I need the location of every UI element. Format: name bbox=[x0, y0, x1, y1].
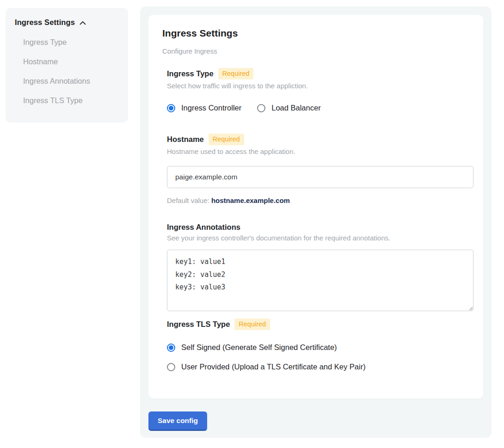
save-config-button[interactable]: Save config bbox=[148, 411, 207, 431]
radio-button-icon[interactable] bbox=[257, 104, 265, 112]
radio-user-provided[interactable]: User Provided (Upload a TLS Certificate … bbox=[167, 362, 469, 372]
radio-label: Ingress Controller bbox=[181, 103, 241, 113]
required-badge: Required bbox=[209, 134, 244, 145]
radio-load-balancer[interactable]: Load Balancer bbox=[257, 103, 320, 113]
ingress-type-label: Ingress Type bbox=[167, 69, 214, 78]
radio-label: Self Signed (Generate Self Signed Certif… bbox=[181, 342, 337, 353]
page-title: Ingress Settings bbox=[162, 28, 469, 39]
radio-button-icon[interactable] bbox=[167, 363, 175, 371]
ingress-annotations-label: Ingress Annotations bbox=[167, 223, 240, 232]
settings-sidebar: Ingress Settings Ingress Type Hostname I… bbox=[6, 8, 128, 123]
ingress-settings-card: Ingress Settings Configure Ingress Ingre… bbox=[148, 15, 483, 399]
required-badge: Required bbox=[218, 68, 254, 80]
hostname-label: Hostname bbox=[167, 135, 204, 144]
sidebar-item-ingress-annotations[interactable]: Ingress Annotations bbox=[23, 76, 119, 86]
ingress-settings-panel: Ingress Settings Configure Ingress Ingre… bbox=[140, 6, 492, 438]
ingress-annotations-textarea[interactable]: key1: value1 key2: value2 key3: value3 bbox=[167, 250, 473, 311]
ingress-annotations-help: See your ingress controller's documentat… bbox=[167, 234, 469, 242]
sidebar-item-list: Ingress Type Hostname Ingress Annotation… bbox=[15, 37, 119, 105]
hostname-default-prefix: Default value: bbox=[167, 196, 211, 204]
hostname-help: Hostname used to access the application. bbox=[167, 147, 469, 155]
radio-label: User Provided (Upload a TLS Certificate … bbox=[181, 362, 366, 372]
radio-self-signed[interactable]: Self Signed (Generate Self Signed Certif… bbox=[167, 342, 469, 353]
sidebar-section-title: Ingress Settings bbox=[15, 18, 75, 27]
page-subtitle: Configure Ingress bbox=[162, 47, 469, 55]
field-group-ingress-annotations: Ingress Annotations See your ingress con… bbox=[167, 223, 469, 311]
ingress-tls-type-label: Ingress TLS Type bbox=[167, 320, 230, 329]
ingress-type-help: Select how traffic will ingress to the a… bbox=[167, 82, 469, 90]
field-group-ingress-tls-type: Ingress TLS Type Required Self Signed (G… bbox=[167, 319, 469, 372]
sidebar-section-ingress-settings[interactable]: Ingress Settings bbox=[15, 18, 119, 27]
radio-ingress-controller[interactable]: Ingress Controller bbox=[167, 103, 241, 113]
sidebar-item-ingress-type[interactable]: Ingress Type bbox=[23, 37, 119, 47]
ingress-type-radio-group: Ingress Controller Load Balancer bbox=[167, 103, 469, 113]
sidebar-item-hostname[interactable]: Hostname bbox=[23, 56, 119, 67]
required-badge: Required bbox=[234, 319, 270, 330]
radio-label: Load Balancer bbox=[271, 103, 320, 113]
field-group-hostname: Hostname Required Hostname used to acces… bbox=[167, 134, 469, 204]
hostname-default-value: hostname.example.com bbox=[211, 196, 290, 204]
field-group-ingress-type: Ingress Type Required Select how traffic… bbox=[167, 68, 469, 113]
hostname-default-line: Default value: hostname.example.com bbox=[167, 196, 469, 204]
sidebar-item-ingress-tls-type[interactable]: Ingress TLS Type bbox=[23, 95, 119, 105]
radio-button-icon[interactable] bbox=[167, 104, 175, 112]
ingress-tls-type-radio-group: Self Signed (Generate Self Signed Certif… bbox=[167, 342, 469, 372]
chevron-up-icon bbox=[79, 19, 86, 27]
radio-button-icon[interactable] bbox=[167, 344, 175, 352]
hostname-input[interactable] bbox=[167, 166, 473, 188]
